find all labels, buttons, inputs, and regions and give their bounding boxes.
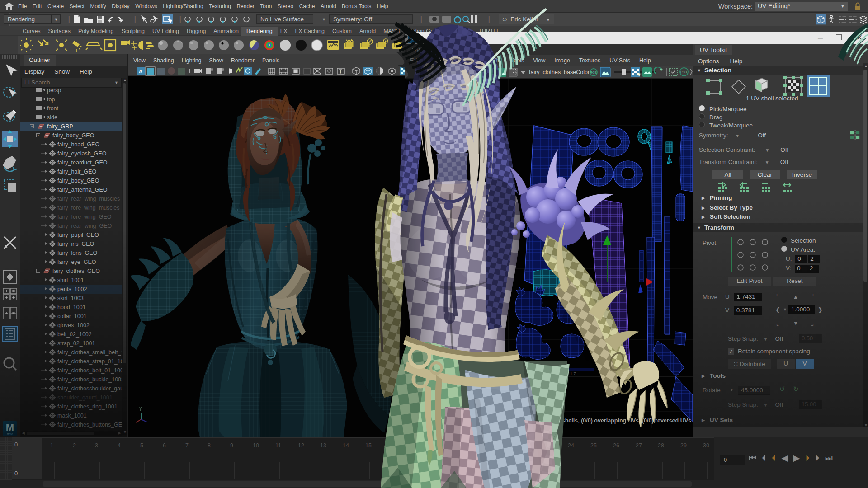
svg-text:Y: Y	[139, 407, 142, 412]
svg-text:T: T	[339, 69, 342, 74]
svg-text:A: A	[139, 69, 142, 74]
